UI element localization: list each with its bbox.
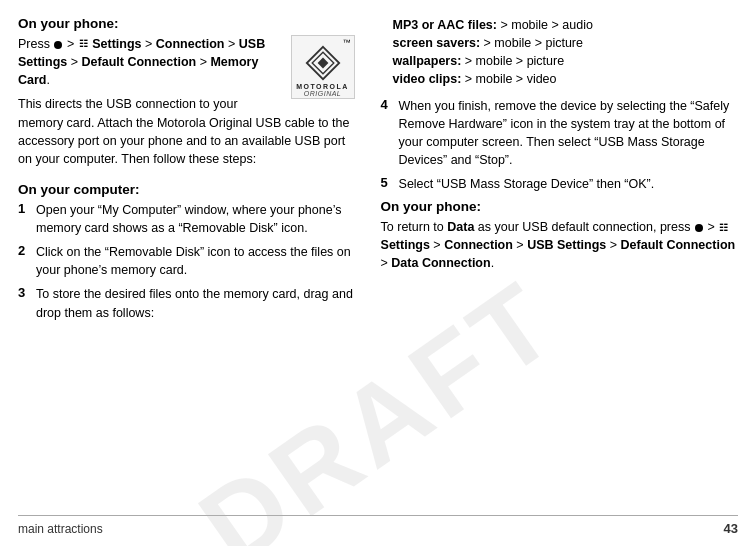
footer-page-number: 43 (724, 521, 738, 536)
page-container: DRAFT On your phone: ™ MOTOROLA (0, 0, 756, 546)
arrow-r4: > (610, 238, 621, 252)
step-5-num: 5 (381, 175, 399, 190)
step-1-content: Open your “My Computer” window, where yo… (36, 201, 355, 237)
arrow-r1: > (707, 220, 718, 234)
data-label: Data (447, 220, 474, 234)
arrow2: > (145, 37, 156, 51)
connection-label: Connection (156, 37, 225, 51)
right-phone-heading: On your phone: (381, 199, 738, 214)
wallpapers-label: wallpapers: (393, 54, 462, 68)
two-col-layout: On your phone: ™ MOTOROLA ORIGINAL (18, 16, 738, 511)
step-3: 3 To store the desired files onto the me… (18, 285, 355, 321)
return-connection: Connection (444, 238, 513, 252)
computer-heading: On your computer: (18, 182, 355, 197)
step-4: 4 When you finish, remove the device by … (381, 97, 738, 170)
intro-block: ™ MOTOROLA ORIGINAL Press (18, 35, 355, 174)
arrow4: > (71, 55, 82, 69)
return-block: To return to Data as your USB default co… (381, 218, 738, 272)
motorola-original-label: ORIGINAL (304, 90, 341, 97)
step-1: 1 Open your “My Computer” window, where … (18, 201, 355, 237)
screensavers-label: screen savers: (393, 36, 481, 50)
file-type-screensavers: screen savers: > mobile > picture (393, 34, 738, 52)
motorola-diamond-icon (305, 45, 341, 81)
left-column: On your phone: ™ MOTOROLA ORIGINAL (18, 16, 371, 511)
press-word: Press (18, 37, 50, 51)
step-5: 5 Select “USB Mass Storage Device” then … (381, 175, 738, 193)
mp3-path: > mobile > audio (497, 18, 593, 32)
step-3-content: To store the desired files onto the memo… (36, 285, 355, 321)
footer-bar: main attractions 43 (18, 515, 738, 536)
return-data-conn: Data Connection (391, 256, 490, 270)
period: . (46, 73, 49, 87)
return-period: . (491, 256, 494, 270)
left-heading: On your phone: (18, 16, 355, 31)
arrow-r3: > (516, 238, 527, 252)
return-default-conn: Default Connection (621, 238, 736, 252)
step-5-content: Select “USB Mass Storage Device” then “O… (399, 175, 738, 193)
file-types-block: MP3 or AAC files: > mobile > audio scree… (381, 16, 738, 89)
return-mid: as your USB default connection, press (478, 220, 691, 234)
arrow1: > (67, 37, 78, 51)
step-4-num: 4 (381, 97, 399, 112)
tm-label: ™ (343, 38, 351, 47)
mp3-label: MP3 or AAC files: (393, 18, 497, 32)
step-2: 2 Click on the “Removable Disk” icon to … (18, 243, 355, 279)
dot-icon-2 (695, 224, 703, 232)
step-3-num: 3 (18, 285, 36, 300)
return-settings: Settings (381, 238, 430, 252)
arrow3: > (228, 37, 239, 51)
grid-icon-2: ☷ (719, 221, 728, 236)
return-usb: USB Settings (527, 238, 606, 252)
step-1-num: 1 (18, 201, 36, 216)
intro-desc: This directs the USB connection to your … (18, 95, 355, 168)
footer-left-text: main attractions (18, 522, 103, 536)
logo-area: ™ MOTOROLA ORIGINAL (291, 35, 355, 99)
wallpapers-path: > mobile > picture (461, 54, 564, 68)
right-column: MP3 or AAC files: > mobile > audio scree… (371, 16, 738, 511)
screensavers-path: > mobile > picture (480, 36, 583, 50)
file-type-videoclips: video clips: > mobile > video (393, 70, 738, 88)
arrow-r2: > (433, 238, 444, 252)
svg-marker-2 (317, 58, 328, 69)
videoclips-label: video clips: (393, 72, 462, 86)
step-2-content: Click on the “Removable Disk” icon to ac… (36, 243, 355, 279)
dot-icon (54, 41, 62, 49)
step-2-num: 2 (18, 243, 36, 258)
arrow-r5: > (381, 256, 392, 270)
logo-box: ™ MOTOROLA ORIGINAL (291, 35, 355, 99)
videoclips-path: > mobile > video (461, 72, 556, 86)
grid-icon: ☷ (79, 37, 88, 52)
return-text: To return to (381, 220, 444, 234)
file-type-mp3: MP3 or AAC files: > mobile > audio (393, 16, 738, 34)
file-type-wallpapers: wallpapers: > mobile > picture (393, 52, 738, 70)
step-4-content: When you finish, remove the device by se… (399, 97, 738, 170)
settings-label: Settings (92, 37, 141, 51)
motorola-brand-label: MOTOROLA (296, 83, 349, 90)
arrow5: > (200, 55, 211, 69)
default-conn-label: Default Connection (82, 55, 197, 69)
